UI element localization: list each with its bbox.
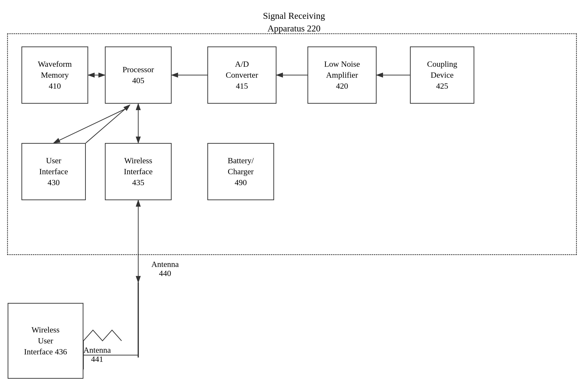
title-line1: Signal Receiving [263,11,325,21]
processor-label: Processor405 [123,64,154,86]
coupling-device-label: CouplingDevice425 [427,59,457,91]
diagram: Signal Receiving Apparatus 220 WaveformM… [0,0,588,383]
wireless-interface-label: WirelessInterface435 [124,155,153,188]
ad-converter-box: A/DConverter415 [207,46,276,104]
battery-charger-label: Battery/Charger490 [228,155,254,188]
wireless-user-interface-box: WirelessUserInterface 436 [8,303,84,379]
diagram-title: Signal Receiving Apparatus 220 [263,10,325,35]
low-noise-amp-label: Low NoiseAmplifier420 [324,59,360,91]
antenna-441-label: Antenna441 [84,346,111,364]
antenna-440-label: Antenna440 [151,260,179,278]
battery-charger-box: Battery/Charger490 [207,143,274,200]
wireless-user-interface-label: WirelessUserInterface 436 [24,324,67,357]
user-interface-box: UserInterface430 [21,143,86,200]
wireless-interface-box: WirelessInterface435 [105,143,172,200]
user-interface-label: UserInterface430 [39,155,68,188]
waveform-memory-label: WaveformMemory410 [38,59,72,91]
title-line2: Apparatus 220 [267,23,321,33]
processor-box: Processor405 [105,46,172,104]
coupling-device-box: CouplingDevice425 [410,46,474,104]
apparatus-box [7,33,577,255]
waveform-memory-box: WaveformMemory410 [21,46,88,104]
ad-converter-label: A/DConverter415 [226,59,258,91]
low-noise-amp-box: Low NoiseAmplifier420 [308,46,377,104]
